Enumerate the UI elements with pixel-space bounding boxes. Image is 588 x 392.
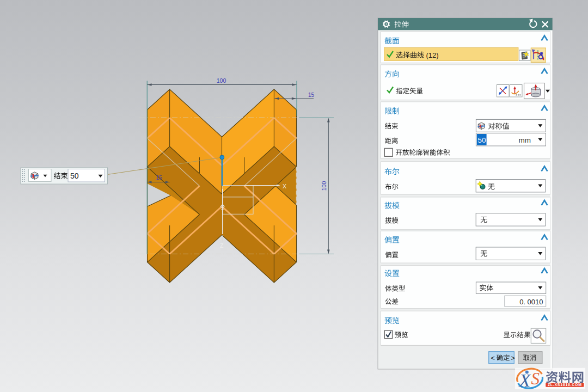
svg-text:Z: Z (220, 242, 224, 249)
svg-text:100: 100 (217, 77, 226, 84)
svg-text:X: X (518, 370, 531, 390)
svg-text:0. 0010: 0. 0010 (519, 298, 543, 306)
svg-text:50: 50 (70, 171, 79, 180)
svg-text:100: 100 (321, 181, 327, 191)
svg-text:mm: mm (519, 136, 531, 144)
svg-text:>: > (511, 354, 515, 362)
svg-text:S: S (531, 369, 540, 388)
svg-text:15: 15 (156, 175, 162, 181)
svg-text:<: < (491, 354, 495, 362)
svg-text:X: X (283, 183, 286, 189)
svg-text:ZL.XS1616.COM: ZL.XS1616.COM (548, 383, 582, 387)
svg-text:50: 50 (478, 136, 486, 144)
svg-text:(12): (12) (426, 51, 439, 59)
svg-text:15: 15 (308, 92, 315, 98)
